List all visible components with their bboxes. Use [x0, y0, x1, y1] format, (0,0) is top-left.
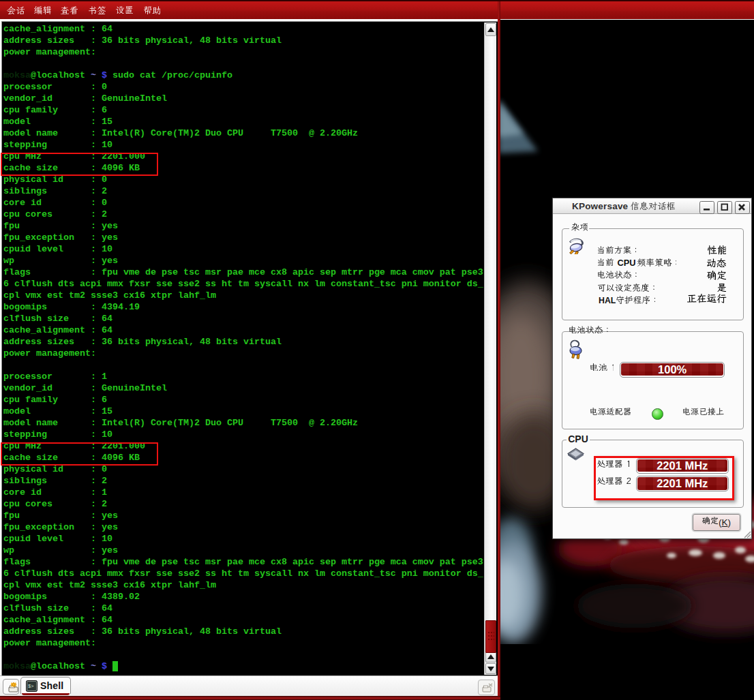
svg-text:$>: $> [28, 684, 33, 689]
